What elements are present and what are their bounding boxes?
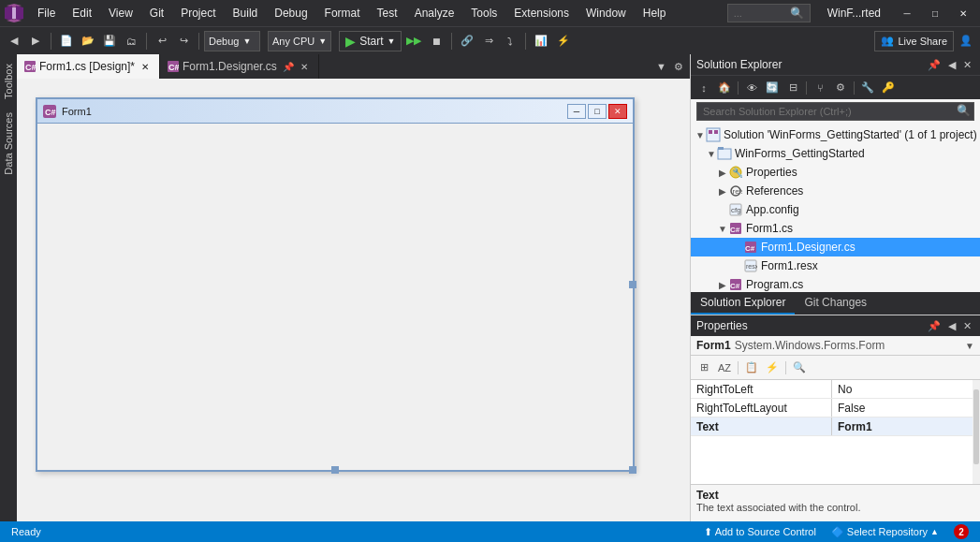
open-file-button[interactable]: 📂 <box>78 31 98 51</box>
right-panel: Solution Explorer 📌 ◀ ✕ ↕ 🏠 👁 🔄 ⊟ ⑂ ⚙ 🔧 <box>690 54 980 521</box>
cpu-config-dropdown[interactable]: Any CPU ▼ <box>268 31 331 51</box>
pause-debug-button[interactable]: ▶▶ <box>403 31 424 51</box>
sol-tb-collapse-btn[interactable]: ⊟ <box>783 79 802 97</box>
tab-form1-design[interactable]: C# Form1.cs [Design]* ✕ <box>17 54 160 79</box>
live-share-button[interactable]: 👥 Live Share <box>874 31 954 51</box>
start-button[interactable]: ▶ Start ▼ <box>339 31 402 51</box>
minimize-button[interactable]: ─ <box>894 0 920 26</box>
sol-tb-props-btn[interactable]: 🔧 <box>858 79 877 97</box>
menu-view[interactable]: View <box>101 4 140 22</box>
menu-test[interactable]: Test <box>370 4 405 22</box>
tree-solution[interactable]: ▼ Solution 'WinForms_GettingStarted' (1 … <box>691 125 980 144</box>
menu-project[interactable]: Project <box>173 4 223 22</box>
props-pin-btn[interactable]: 📌 <box>925 320 943 332</box>
quick-launch-search[interactable]: 🔍 <box>727 4 811 22</box>
prop-search-btn[interactable]: 🔍 <box>790 359 809 377</box>
new-file-button[interactable]: 📄 <box>56 31 77 51</box>
form-minimize-button[interactable]: ─ <box>567 104 586 119</box>
tab-form1-designer[interactable]: C# Form1.Designer.cs 📌 ✕ <box>160 54 319 79</box>
window-title: WinF...rted <box>820 7 888 20</box>
step-over-button[interactable]: ⇒ <box>478 31 499 51</box>
sol-tb-sync-btn[interactable]: ↕ <box>695 79 713 97</box>
quick-launch-input[interactable] <box>734 7 790 19</box>
menu-tools[interactable]: Tools <box>463 4 505 22</box>
solution-explorer-search-input[interactable] <box>696 102 974 121</box>
sol-explorer-auto-hide-btn[interactable]: ◀ <box>945 59 958 71</box>
prop-row-text[interactable]: Text Form1 <box>691 417 973 436</box>
tree-form1-designer-cs[interactable]: ▶ C# Form1.Designer.cs <box>691 238 980 256</box>
diagnostic-button[interactable]: 📊 <box>531 31 551 51</box>
close-button[interactable]: ✕ <box>950 0 976 26</box>
form-restore-button[interactable]: □ <box>588 104 607 119</box>
resize-handle-br[interactable] <box>629 466 636 474</box>
git-changes-tab[interactable]: Git Changes <box>795 292 876 315</box>
attach-button[interactable]: 🔗 <box>457 31 477 51</box>
menu-extensions[interactable]: Extensions <box>506 4 577 22</box>
sol-explorer-pin-btn[interactable]: 📌 <box>925 59 943 71</box>
sol-explorer-tab[interactable]: Solution Explorer <box>691 292 795 315</box>
sol-tb-preview-btn[interactable]: 🔑 <box>879 79 898 97</box>
restore-button[interactable]: □ <box>922 0 948 26</box>
tree-project[interactable]: ▼ WinForms_GettingStarted <box>691 144 980 163</box>
svg-marker-2 <box>16 6 23 21</box>
step-into-button[interactable]: ⤵ <box>500 31 520 51</box>
prop-row-right-to-left-layout[interactable]: RightToLeftLayout False <box>691 399 973 417</box>
properties-object-selector[interactable]: Form1 System.Windows.Forms.Form ▼ <box>691 336 980 356</box>
toolbox-tab[interactable]: Toolbox <box>1 58 16 105</box>
tab-settings-button[interactable]: ⚙ <box>671 61 686 73</box>
props-close-btn[interactable]: ✕ <box>960 320 974 332</box>
add-to-source-control-button[interactable]: ⬆ Add to Source Control <box>700 526 820 538</box>
properties-scrollbar[interactable] <box>973 380 980 484</box>
tree-app-config[interactable]: ▶ cfg App.config <box>691 200 980 219</box>
debug-config-dropdown[interactable]: Debug ▼ <box>204 31 260 51</box>
svg-text:resx: resx <box>746 263 757 270</box>
redo-button[interactable]: ↪ <box>173 31 194 51</box>
save-file-button[interactable]: 💾 <box>99 31 120 51</box>
form1-resx-label: Form1.resx <box>761 259 818 272</box>
sol-tb-home-btn[interactable]: 🏠 <box>715 79 734 97</box>
tree-program-cs[interactable]: ▶ C# Program.cs <box>691 275 980 292</box>
menu-analyze[interactable]: Analyze <box>407 4 462 22</box>
forward-button[interactable]: ▶ <box>25 31 46 51</box>
prop-categorized-btn[interactable]: ⊞ <box>695 359 713 377</box>
tab-form1-designer-close[interactable]: ✕ <box>298 60 311 73</box>
undo-button[interactable]: ↩ <box>152 31 172 51</box>
sol-tb-git-btn[interactable]: ⑂ <box>811 79 829 97</box>
account-button[interactable]: 👤 <box>956 31 976 51</box>
tree-properties[interactable]: ▶ 🔧 Properties <box>691 163 980 182</box>
sol-tb-settings-btn[interactable]: ⚙ <box>831 79 850 97</box>
select-repository-button[interactable]: 🔷 Select Repository ▲ <box>827 526 943 538</box>
sol-tb-show-all-btn[interactable]: 👁 <box>742 79 761 97</box>
stop-debug-button[interactable]: ⏹ <box>426 31 446 51</box>
tree-form1-resx[interactable]: ▶ resx Form1.resx <box>691 256 980 275</box>
menu-format[interactable]: Format <box>317 4 368 22</box>
menu-edit[interactable]: Edit <box>65 4 99 22</box>
prop-alphabetical-btn[interactable]: AZ <box>715 359 734 377</box>
back-button[interactable]: ◀ <box>4 31 24 51</box>
menu-file[interactable]: File <box>30 4 63 22</box>
tab-list-button[interactable]: ▼ <box>653 61 669 72</box>
sol-tb-refresh-btn[interactable]: 🔄 <box>763 79 782 97</box>
perf-button[interactable]: ⚡ <box>553 31 574 51</box>
resize-handle-right[interactable] <box>629 281 636 288</box>
menu-help[interactable]: Help <box>636 4 674 22</box>
save-all-button[interactable]: 🗂 <box>121 31 141 51</box>
tree-references[interactable]: ▶ refs References <box>691 182 980 200</box>
prop-properties-btn[interactable]: 📋 <box>742 359 761 377</box>
resize-handle-bottom[interactable] <box>331 466 339 474</box>
data-sources-tab[interactable]: Data Sources <box>1 107 16 181</box>
error-status-button[interactable]: 2 <box>950 524 973 539</box>
menu-debug[interactable]: Debug <box>267 4 314 22</box>
props-auto-hide-btn[interactable]: ◀ <box>945 320 958 332</box>
tab-form1-design-close[interactable]: ✕ <box>139 60 152 73</box>
menu-build[interactable]: Build <box>226 4 266 22</box>
prop-row-right-to-left[interactable]: RightToLeft No <box>691 380 973 399</box>
prop-events-btn[interactable]: ⚡ <box>763 359 782 377</box>
prop-object-dropdown-arrow: ▼ <box>965 341 974 351</box>
form-close-button[interactable]: ✕ <box>608 104 627 119</box>
sol-explorer-close-btn[interactable]: ✕ <box>960 59 974 71</box>
menu-git[interactable]: Git <box>142 4 171 22</box>
tree-form1-cs[interactable]: ▼ C# Form1.cs <box>691 219 980 238</box>
references-label: References <box>746 184 803 198</box>
menu-window[interactable]: Window <box>578 4 634 22</box>
